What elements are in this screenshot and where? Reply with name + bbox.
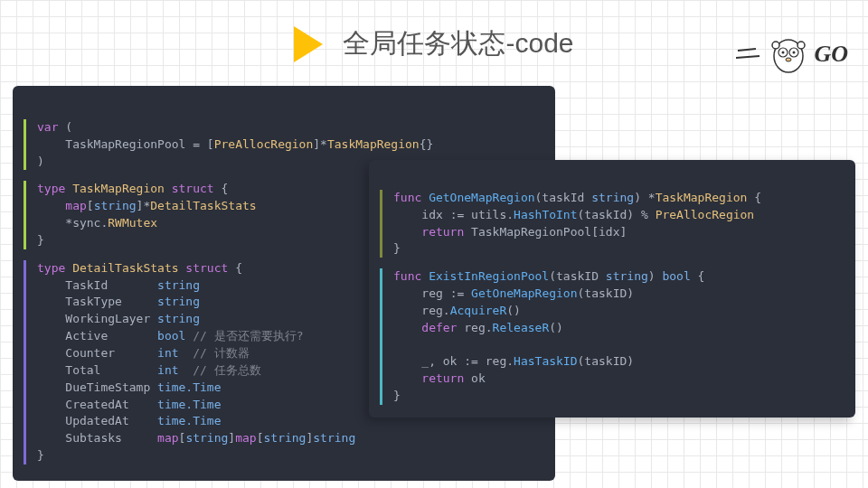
- speed-lines-icon: [736, 45, 763, 63]
- code-block-getonemapregion: func GetOneMapRegion(taskId string) *Tas…: [380, 190, 839, 258]
- code-panel-right: func GetOneMapRegion(taskId string) *Tas…: [369, 160, 855, 418]
- svg-point-4: [797, 42, 805, 49]
- struct-fields: TaskId string TaskType string WorkingLay…: [37, 278, 304, 428]
- go-label: GO: [814, 41, 848, 68]
- svg-point-3: [772, 42, 779, 49]
- code-block-existinregionpool: func ExistInRegionPool(taskID string) bo…: [380, 268, 839, 405]
- play-triangle-icon: [294, 26, 323, 62]
- svg-line-1: [736, 56, 760, 58]
- gopher-icon: [767, 33, 810, 76]
- svg-point-9: [786, 58, 791, 61]
- svg-line-0: [738, 49, 756, 51]
- go-mascot: GO: [736, 33, 848, 76]
- svg-point-8: [793, 52, 796, 54]
- svg-point-7: [782, 52, 785, 54]
- slide-title: 全局任务状态-code: [343, 25, 573, 62]
